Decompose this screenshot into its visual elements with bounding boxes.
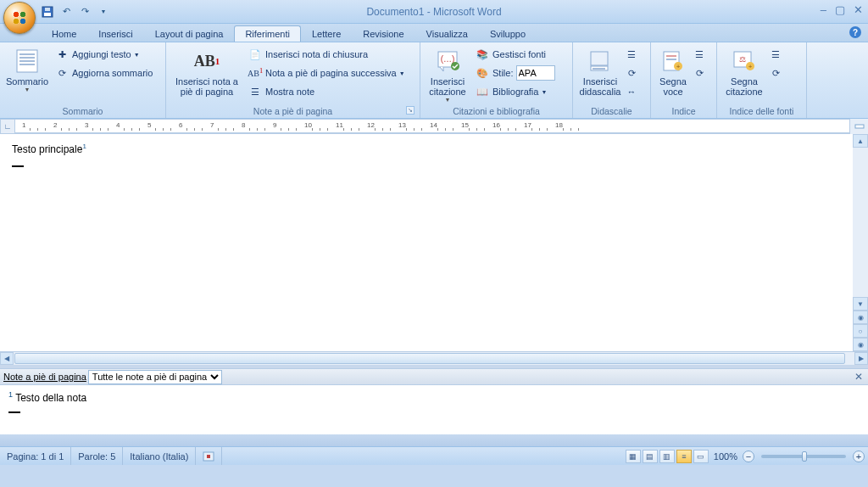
insert-authorities-button[interactable]: ☰ [768,45,787,64]
scroll-up-button[interactable]: ▲ [853,134,868,148]
help-button[interactable]: ? [849,26,861,38]
tab-revisione[interactable]: Revisione [352,25,415,42]
close-footnote-pane[interactable]: ✕ [854,371,863,383]
mark-citation-button[interactable]: ⚖+ Segna citazione [721,45,768,98]
insert-endnote-button[interactable]: 📄Inserisci nota di chiusura [244,45,409,64]
horizontal-ruler[interactable]: 123456789101112131415161718 [15,119,849,133]
document-area[interactable]: Testo principale1 [0,134,853,351]
maximize-button[interactable]: ▢ [835,3,845,16]
footnote-reference[interactable]: 1 [82,143,86,150]
mark-entry-button[interactable]: + Segna voce [654,45,692,98]
svg-text:+: + [676,63,681,70]
ruler-tick: 15 [461,121,469,129]
zoom-slider-handle[interactable] [802,451,807,462]
view-print-layout[interactable]: ▦ [626,450,641,463]
svg-rect-1 [44,13,51,16]
update-toc-button[interactable]: ⟳Aggiorna sommario [51,64,157,82]
next-footnote-button[interactable]: AB1Nota a piè di pagina successiva ▼ [244,64,409,82]
next-page-button[interactable]: ◉ [853,338,868,351]
browse-object-button[interactable]: ○ [853,324,868,338]
add-text-icon: ✚ [55,48,69,61]
insert-citation-button[interactable]: (…) Inserisci citazione ▼ [424,45,471,104]
zoom-in-button[interactable]: + [853,451,865,462]
add-text-button[interactable]: ✚Aggiungi testo ▼ [51,45,157,64]
document-text: Testo principale [12,143,82,155]
caption-opt2[interactable]: ⟳ [624,64,643,82]
zoom-value[interactable]: 100% [714,451,737,462]
bibliography-label: Bibliografia [492,87,538,97]
svg-text:+: + [748,63,753,70]
ruler-tick: 7 [210,121,214,129]
status-language[interactable]: Italiano (Italia) [123,447,196,465]
caption-opt3[interactable]: ↔ [624,82,643,101]
hscroll-thumb[interactable] [14,353,845,364]
dialog-launcher-note[interactable]: ↘ [406,106,415,115]
style-icon: 🎨 [476,66,489,80]
show-notes-button[interactable]: ☰Mostra note [244,82,409,101]
scroll-down-button[interactable]: ▼ [853,297,868,311]
style-label: Stile: [492,68,513,78]
zoom-out-button[interactable]: − [743,451,754,462]
group-label-fonti: Indice delle fonti [721,105,803,117]
zoom-slider[interactable] [761,455,846,458]
insert-footnote-button[interactable]: AB1 Inserisci nota a piè di pagina [170,45,244,98]
close-button[interactable]: ✕ [854,3,863,16]
scroll-right-button[interactable]: ▶ [854,352,868,365]
tab-inserisci[interactable]: Inserisci [87,25,143,42]
ruler-tick: 4 [116,121,120,129]
view-full-screen[interactable]: ▤ [643,450,658,463]
svg-rect-2 [45,8,50,11]
tab-layout[interactable]: Layout di pagina [144,25,235,42]
footnote-area[interactable]: 1 Testo della nota [0,385,868,434]
toc-icon [14,48,41,75]
status-page[interactable]: Pagina: 1 di 1 [0,447,71,465]
tab-selector[interactable]: ∟ [0,119,15,134]
status-macro[interactable] [196,447,222,465]
tab-lettere[interactable]: Lettere [301,25,352,42]
update-index-icon: ⟳ [694,66,704,80]
view-ruler-toggle[interactable] [849,119,868,134]
update-index-button[interactable]: ⟳ [692,64,710,82]
undo-icon[interactable]: ↶ [59,5,73,19]
group-label-sommario: Sommario [3,105,162,117]
insert-caption-button[interactable]: Inserisci didascalia [576,45,624,98]
update-authorities-button[interactable]: ⟳ [768,64,787,82]
view-draft[interactable]: ▭ [693,450,709,463]
status-words[interactable]: Parole: 5 [71,447,123,465]
authorities-icon: ☰ [771,48,781,61]
footnote-filter-select[interactable]: Tutte le note a piè di pagina [88,370,222,384]
vscroll-track[interactable] [853,148,868,297]
ruler-tick: 16 [492,121,500,129]
style-select[interactable] [516,65,555,81]
tab-riferimenti[interactable]: Riferimenti [234,25,301,42]
redo-icon[interactable]: ↷ [78,5,92,19]
svg-rect-11 [591,52,608,65]
footnote-text: Testo della nota [15,392,86,404]
text-cursor [12,165,24,167]
tab-sviluppo[interactable]: Sviluppo [479,25,537,42]
tab-visualizza[interactable]: Visualizza [415,25,479,42]
insert-index-button[interactable]: ☰ [692,45,710,64]
minimize-button[interactable]: – [821,3,826,16]
footnote-pane-label: Note a piè di pagina [3,372,86,382]
hscroll-track[interactable] [846,352,854,365]
footnote-cursor [8,411,20,413]
chevron-down-icon: ▼ [25,87,31,92]
ruler-tick: 8 [242,121,245,129]
save-icon[interactable] [41,5,54,19]
manage-sources-button[interactable]: 📚Gestisci fonti [471,45,559,64]
toc-button[interactable]: Sommario ▼ [3,45,51,93]
chevron-down-icon: ▼ [399,70,405,76]
tab-home[interactable]: Home [41,25,87,42]
view-outline[interactable]: ≡ [676,450,692,463]
prev-page-button[interactable]: ◉ [853,311,868,324]
view-web-layout[interactable]: ▥ [659,450,675,463]
caption-opt1[interactable]: ☰ [624,45,643,64]
ruler-tick: 18 [555,121,563,129]
scroll-left-button[interactable]: ◀ [0,352,14,365]
office-button[interactable] [3,2,36,34]
bibliography-button[interactable]: 📖Bibliografia ▼ [471,82,559,101]
qat-dropdown-icon[interactable]: ▼ [97,5,110,19]
update-authorities-icon: ⟳ [771,66,781,80]
next-footnote-icon: AB1 [248,66,262,80]
